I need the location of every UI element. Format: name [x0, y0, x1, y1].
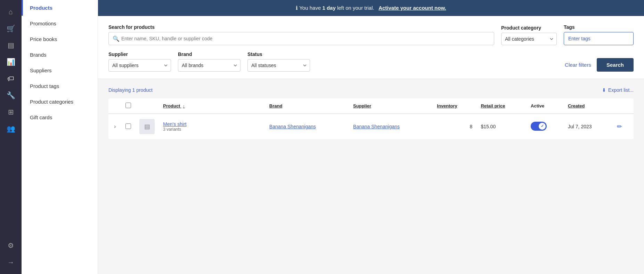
product-thumbnail: ▤	[139, 119, 155, 134]
filters-actions: Clear filters Search	[565, 58, 634, 72]
sidebar-item-suppliers[interactable]: Suppliers	[22, 63, 98, 78]
status-filter-group: Status All statuses	[247, 51, 310, 72]
clear-filters-button[interactable]: Clear filters	[565, 62, 591, 68]
supplier-link[interactable]: Banana Shenanigans	[353, 124, 400, 129]
table-header-row: Product ↕ Brand Supplier Inventory Retai…	[108, 98, 634, 114]
th-retail-price[interactable]: Retail price	[476, 98, 527, 114]
table-row: › ▤ Men's shirt	[108, 114, 634, 139]
th-inventory[interactable]: Inventory	[433, 98, 476, 114]
sort-icon: ↕	[183, 104, 185, 108]
th-active: Active	[527, 98, 564, 114]
tag-icon[interactable]: 🏷	[3, 71, 18, 86]
product-variants: 3 variants	[163, 127, 261, 132]
row-active-cell	[527, 114, 564, 139]
search-input-wrapper: 🔍	[108, 32, 494, 45]
category-select[interactable]: All categories	[501, 33, 557, 45]
trial-suffix: left on your trial.	[336, 5, 374, 11]
th-expand	[108, 98, 121, 114]
products-table: Product ↕ Brand Supplier Inventory Retai…	[108, 98, 634, 139]
brand-filter-group: Brand All brands	[178, 51, 241, 72]
product-thumbnail-icon: ▤	[144, 123, 150, 130]
search-input[interactable]	[108, 32, 494, 45]
tags-label: Tags	[564, 24, 634, 30]
th-checkbox	[121, 98, 135, 114]
toggle-thumb	[539, 123, 546, 130]
row-created-cell: Jul 7, 2023	[564, 114, 613, 139]
sidebar-item-pricebooks[interactable]: Price books	[22, 31, 98, 47]
users-icon[interactable]: 👥	[3, 121, 18, 136]
th-actions	[613, 98, 634, 114]
active-toggle[interactable]	[531, 122, 547, 131]
supplier-filter-group: Supplier All suppliers	[108, 51, 171, 72]
supplier-select[interactable]: All suppliers	[108, 59, 171, 72]
row-expand-cell: ›	[108, 114, 121, 139]
row-supplier-cell: Banana Shenanigans	[349, 114, 433, 139]
products-section: Displaying 1 product ⬇ Export list...	[98, 79, 644, 147]
row-thumbnail-cell: ▤	[135, 114, 159, 139]
info-icon: ℹ	[296, 5, 298, 11]
row-checkbox[interactable]	[125, 123, 131, 129]
tags-input[interactable]	[564, 32, 634, 45]
row-expand-button[interactable]: ›	[113, 122, 117, 131]
status-select[interactable]: All statuses	[247, 59, 310, 72]
brand-select[interactable]: All brands	[178, 59, 241, 72]
products-header: Displaying 1 product ⬇ Export list...	[108, 87, 634, 93]
sidebar-item-gift-cards[interactable]: Gift cards	[22, 110, 98, 125]
th-brand[interactable]: Brand	[265, 98, 349, 114]
icon-sidebar: ⌂ 🛒 ▤ 📊 🏷 🔧 ⊞ 👥 ⚙ →	[0, 0, 22, 274]
search-button[interactable]: Search	[597, 58, 634, 72]
search-filter-group: Search for products 🔍	[108, 24, 494, 45]
content-area: Search for products 🔍 Product category A…	[98, 16, 644, 274]
row-retail-price-cell: $15.00	[476, 114, 527, 139]
th-created[interactable]: Created	[564, 98, 613, 114]
th-product-label: Product	[163, 103, 180, 108]
export-icon: ⬇	[602, 87, 606, 93]
trial-bold: 1 day	[322, 5, 335, 11]
search-icon: 🔍	[113, 35, 120, 42]
supplier-label: Supplier	[108, 51, 171, 57]
category-label: Product category	[501, 25, 557, 31]
filters-row-2: Supplier All suppliers Brand All brands …	[108, 51, 634, 72]
export-label: Export list...	[608, 87, 634, 93]
displaying-count: Displaying 1 product	[108, 87, 153, 93]
cart-icon[interactable]: 🛒	[3, 21, 18, 36]
main-content: ℹ You have 1 day left on your trial. Act…	[98, 0, 644, 274]
home-icon[interactable]: ⌂	[3, 4, 18, 19]
filters-section: Search for products 🔍 Product category A…	[98, 16, 644, 79]
tags-filter-group: Tags	[564, 24, 634, 45]
layers-icon[interactable]: ▤	[3, 38, 18, 53]
toggle-track[interactable]	[531, 122, 547, 131]
th-supplier[interactable]: Supplier	[349, 98, 433, 114]
th-thumbnail	[135, 98, 159, 114]
trial-prefix: You have	[299, 5, 322, 11]
product-name-link[interactable]: Men's shirt	[163, 121, 261, 127]
row-inventory-cell: 8	[433, 114, 476, 139]
export-button[interactable]: ⬇ Export list...	[602, 87, 634, 93]
row-brand-cell: Banana Shenanigans	[265, 114, 349, 139]
trial-banner: ℹ You have 1 day left on your trial. Act…	[98, 0, 644, 16]
sidebar-item-promotions[interactable]: Promotions	[22, 16, 98, 31]
chart-icon[interactable]: 📊	[3, 54, 18, 70]
settings-icon[interactable]: ⚙	[3, 238, 18, 253]
sidebar-item-brands[interactable]: Brands	[22, 47, 98, 63]
category-filter-group: Product category All categories	[501, 25, 557, 45]
th-product[interactable]: Product ↕	[159, 98, 265, 114]
grid-icon[interactable]: ⊞	[3, 104, 18, 120]
sidebar-item-product-tags[interactable]: Product tags	[22, 78, 98, 94]
activate-account-link[interactable]: Activate your account now.	[378, 5, 446, 11]
sidebar-item-product-categories[interactable]: Product categories	[22, 94, 98, 110]
logout-icon[interactable]: →	[3, 255, 18, 270]
sidebar-item-products[interactable]: Products	[22, 0, 98, 16]
row-actions-cell: ✏	[613, 114, 634, 139]
brand-label: Brand	[178, 51, 241, 57]
search-label: Search for products	[108, 24, 494, 30]
filters-row-1: Search for products 🔍 Product category A…	[108, 24, 634, 45]
row-checkbox-cell	[121, 114, 135, 139]
row-product-cell: Men's shirt 3 variants	[159, 114, 265, 139]
brand-link[interactable]: Banana Shenanigans	[269, 124, 316, 129]
select-all-checkbox[interactable]	[125, 103, 131, 108]
nav-sidebar: Products Promotions Price books Brands S…	[22, 0, 98, 274]
edit-button[interactable]: ✏	[617, 123, 622, 130]
product-info: Men's shirt 3 variants	[163, 121, 261, 132]
wrench-icon[interactable]: 🔧	[3, 88, 18, 103]
